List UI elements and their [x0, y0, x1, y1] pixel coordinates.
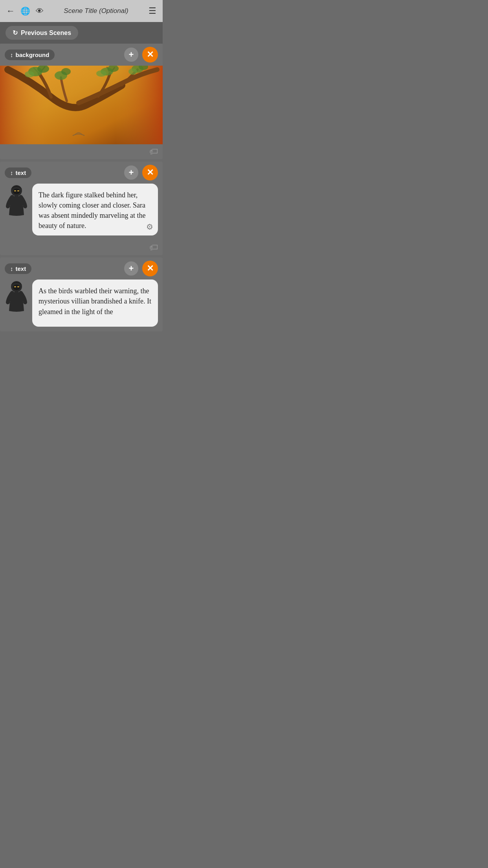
text-card-2-actions: + ✕	[124, 261, 158, 276]
background-card-header: ↕ background + ✕	[0, 44, 163, 66]
background-sort-icon: ↕	[10, 51, 13, 58]
text-card-2-header: ↕ text + ✕	[0, 257, 163, 280]
text-bubble-1[interactable]: The dark figure stalked behind her, slow…	[32, 184, 158, 235]
previous-scenes-label: Previous Scenes	[21, 29, 71, 37]
globe-icon[interactable]: 🌐	[20, 6, 30, 16]
svg-rect-21	[14, 286, 16, 287]
back-icon[interactable]: ←	[6, 6, 15, 16]
svg-rect-17	[17, 190, 19, 191]
text-card-2-label: ↕ text	[5, 263, 31, 274]
text-bubble-2[interactable]: As the birds warbled their warning, the …	[32, 280, 158, 327]
background-close-button[interactable]: ✕	[142, 47, 158, 63]
text-card-1-close-button[interactable]: ✕	[142, 165, 158, 180]
text-card-1-header: ↕ text + ✕	[0, 162, 163, 184]
previous-scenes-button[interactable]: ↻ Previous Scenes	[6, 26, 78, 40]
text-bubble-1-content: The dark figure stalked behind her, slow…	[39, 190, 152, 231]
character-svg-2	[6, 280, 28, 315]
scene-title[interactable]: Scene Title (Optional)	[50, 7, 142, 15]
top-bar-left: ← 🌐 👁	[6, 6, 44, 16]
svg-rect-22	[17, 286, 19, 287]
background-label: ↕ background	[5, 50, 55, 60]
text-card-1-label-text: text	[16, 169, 26, 176]
text-card-1-actions: + ✕	[124, 165, 158, 180]
svg-point-10	[96, 70, 106, 77]
text-bubble-2-content: As the birds warbled their warning, the …	[39, 286, 152, 316]
text-card-2: ↕ text + ✕ As the birds warbled their	[0, 257, 163, 331]
previous-scenes-arrow-icon: ↻	[13, 29, 18, 37]
background-label-text: background	[16, 51, 50, 58]
background-svg	[0, 66, 163, 144]
svg-rect-16	[14, 190, 16, 191]
text-card-2-body: As the birds warbled their warning, the …	[0, 280, 163, 331]
settings-icon-1[interactable]: ⚙	[146, 222, 153, 232]
svg-rect-23	[15, 291, 18, 294]
text-card-1: ↕ text + ✕	[0, 162, 163, 255]
text-card-2-label-text: text	[16, 265, 26, 272]
text-card-1-label: ↕ text	[5, 167, 31, 178]
tag-icon[interactable]: 🏷	[149, 147, 158, 157]
svg-point-20	[13, 285, 20, 290]
background-add-button[interactable]: +	[124, 48, 138, 62]
tag-icon-1[interactable]: 🏷	[149, 243, 158, 253]
text-card-1-sort-icon: ↕	[10, 169, 13, 176]
svg-point-7	[61, 68, 71, 75]
background-card-footer: 🏷	[0, 144, 163, 159]
background-card-actions: + ✕	[124, 47, 158, 63]
svg-point-13	[128, 68, 137, 75]
text-card-1-body: The dark figure stalked behind her, slow…	[0, 184, 163, 240]
character-figure-2	[5, 280, 28, 315]
text-card-1-add-button[interactable]: +	[124, 166, 138, 180]
character-figure-1	[5, 184, 28, 219]
svg-point-15	[13, 189, 20, 194]
text-card-2-close-button[interactable]: ✕	[142, 261, 158, 276]
character-svg-1	[6, 184, 28, 219]
menu-icon[interactable]: ☰	[149, 6, 156, 16]
background-image[interactable]	[0, 66, 163, 144]
previous-scenes-bar: ↻ Previous Scenes	[0, 22, 163, 44]
text-card-2-add-button[interactable]: +	[124, 261, 138, 276]
text-card-1-footer: 🏷	[0, 240, 163, 255]
top-bar: ← 🌐 👁 Scene Title (Optional) ☰	[0, 0, 163, 22]
svg-rect-18	[15, 195, 18, 198]
eye-icon[interactable]: 👁	[36, 7, 44, 16]
background-card: ↕ background + ✕	[0, 44, 163, 159]
text-card-2-sort-icon: ↕	[10, 265, 13, 272]
svg-point-5	[25, 71, 34, 77]
